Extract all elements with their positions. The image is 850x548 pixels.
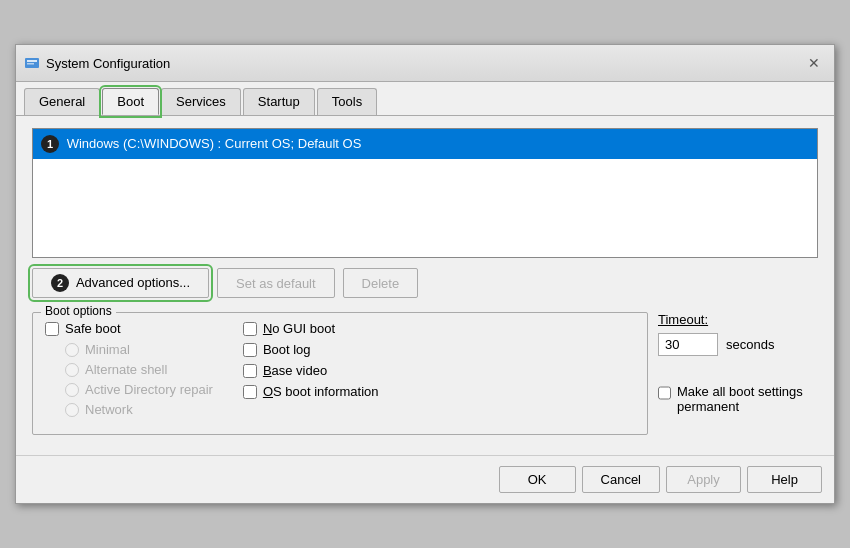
active-directory-radio[interactable] — [65, 383, 79, 397]
radio-group: Minimal Alternate shell Active Directory… — [65, 342, 213, 417]
delete-button[interactable]: Delete — [343, 268, 419, 298]
tab-tools[interactable]: Tools — [317, 88, 377, 115]
no-gui-boot-label: No GUI boot — [263, 321, 335, 336]
boot-options-label: Boot options — [41, 304, 116, 318]
timeout-label: Timeout: — [658, 312, 818, 327]
os-list[interactable]: 1 Windows (C:\WINDOWS) : Current OS; Def… — [32, 128, 818, 258]
bottom-bar: OK Cancel Apply Help — [16, 455, 834, 503]
tab-services[interactable]: Services — [161, 88, 241, 115]
safe-boot-label: Safe boot — [65, 321, 121, 336]
active-directory-radio-row: Active Directory repair — [65, 382, 213, 397]
timeout-section: Timeout: seconds — [658, 312, 818, 356]
os-boot-info-row: OS boot information — [243, 384, 379, 399]
base-video-checkbox[interactable] — [243, 364, 257, 378]
os-badge-1: 1 — [41, 135, 59, 153]
base-video-row: Base video — [243, 363, 379, 378]
right-panel: Timeout: seconds Make all boot settings … — [658, 312, 818, 443]
ok-button[interactable]: OK — [499, 466, 576, 493]
boot-log-checkbox[interactable] — [243, 343, 257, 357]
tab-boot[interactable]: Boot — [102, 88, 159, 115]
make-permanent-row: Make all boot settings permanent — [658, 384, 818, 414]
no-gui-boot-checkbox[interactable] — [243, 322, 257, 336]
os-list-item-label: Windows (C:\WINDOWS) : Current OS; Defau… — [67, 136, 362, 151]
alternate-shell-label: Alternate shell — [85, 362, 167, 377]
title-bar: System Configuration ✕ — [16, 45, 834, 82]
boot-options-left-panel: Boot options Safe boot Minimal — [32, 312, 648, 443]
boot-options-main: Boot options Safe boot Minimal — [32, 312, 818, 443]
system-configuration-window: System Configuration ✕ General Boot Serv… — [15, 44, 835, 504]
os-boot-info-checkbox[interactable] — [243, 385, 257, 399]
boot-log-label: Boot log — [263, 342, 311, 357]
advanced-options-label: Advanced options... — [76, 275, 190, 290]
timeout-input[interactable] — [658, 333, 718, 356]
alternate-shell-radio-row: Alternate shell — [65, 362, 213, 377]
window-icon — [24, 55, 40, 71]
timeout-unit: seconds — [726, 337, 774, 352]
boot-tab-content: 1 Windows (C:\WINDOWS) : Current OS; Def… — [16, 116, 834, 455]
os-list-item[interactable]: 1 Windows (C:\WINDOWS) : Current OS; Def… — [33, 129, 817, 159]
minimal-radio[interactable] — [65, 343, 79, 357]
cancel-button[interactable]: Cancel — [582, 466, 660, 493]
boot-log-row: Boot log — [243, 342, 379, 357]
make-permanent-label: Make all boot settings permanent — [677, 384, 818, 414]
tab-startup[interactable]: Startup — [243, 88, 315, 115]
tab-bar: General Boot Services Startup Tools — [16, 82, 834, 116]
safe-boot-row: Safe boot — [45, 321, 213, 336]
boot-options-section: Boot options Safe boot Minimal — [32, 312, 648, 435]
os-boot-info-label: OS boot information — [263, 384, 379, 399]
close-button[interactable]: ✕ — [802, 51, 826, 75]
title-bar-left: System Configuration — [24, 55, 170, 71]
minimal-label: Minimal — [85, 342, 130, 357]
network-radio-row: Network — [65, 402, 213, 417]
minimal-radio-row: Minimal — [65, 342, 213, 357]
svg-rect-2 — [27, 63, 34, 65]
svg-rect-1 — [27, 60, 37, 62]
safe-boot-checkbox[interactable] — [45, 322, 59, 336]
safe-boot-column: Safe boot Minimal Alternate shell — [45, 321, 213, 422]
advanced-options-button[interactable]: 2 Advanced options... — [32, 268, 209, 298]
network-label: Network — [85, 402, 133, 417]
help-button[interactable]: Help — [747, 466, 822, 493]
base-video-label: Base video — [263, 363, 327, 378]
alternate-shell-radio[interactable] — [65, 363, 79, 377]
active-directory-label: Active Directory repair — [85, 382, 213, 397]
window-title: System Configuration — [46, 56, 170, 71]
set-as-default-button[interactable]: Set as default — [217, 268, 335, 298]
right-checkboxes-column: No GUI boot Boot log Base video — [243, 321, 379, 422]
no-gui-boot-row: No GUI boot — [243, 321, 379, 336]
apply-button[interactable]: Apply — [666, 466, 741, 493]
make-permanent-checkbox[interactable] — [658, 386, 671, 400]
network-radio[interactable] — [65, 403, 79, 417]
timeout-row: seconds — [658, 333, 818, 356]
action-buttons-row: 2 Advanced options... Set as default Del… — [32, 268, 818, 298]
advanced-badge-2: 2 — [51, 274, 69, 292]
tab-general[interactable]: General — [24, 88, 100, 115]
